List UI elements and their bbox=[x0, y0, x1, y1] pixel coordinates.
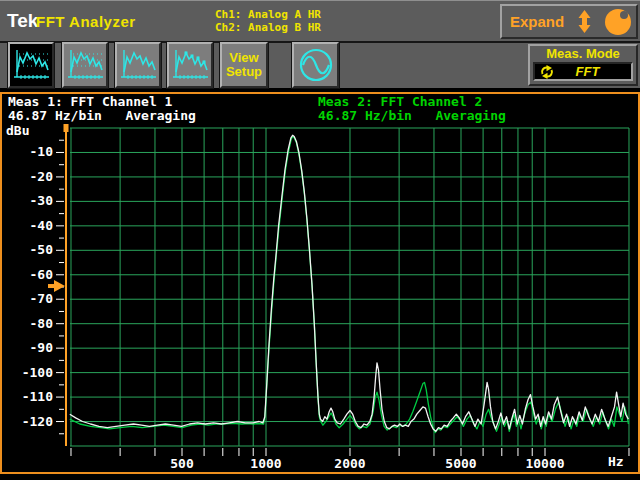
spectrum-chart: -10-20-30-40-50-60-70-80-90-100-110-1205… bbox=[2, 94, 638, 472]
meas-mode-label: Meas. Mode bbox=[530, 46, 636, 62]
y-tick-label: -40 bbox=[30, 218, 54, 233]
cycle-icon bbox=[540, 65, 554, 79]
x-axis-unit-label: Hz bbox=[608, 454, 624, 469]
x-tick-label: 2000 bbox=[334, 456, 365, 471]
x-tick-label: 500 bbox=[170, 456, 194, 471]
signal-source-button[interactable] bbox=[292, 42, 339, 88]
y-tick-label: -20 bbox=[30, 169, 54, 184]
knob-icon[interactable] bbox=[605, 9, 631, 35]
level-marker-arrow-icon[interactable] bbox=[54, 280, 65, 292]
channel1-source-label: Ch1: Analog A HR bbox=[215, 8, 321, 21]
x-tick-label: 10000 bbox=[525, 456, 564, 471]
up-down-arrow-icon bbox=[578, 10, 591, 33]
top-bar: Tek FFT Analyzer Ch1: Analog A HR Ch2: A… bbox=[0, 0, 640, 41]
sine-wave-icon bbox=[296, 45, 336, 85]
meas-mode-panel: Meas. Mode FFT bbox=[528, 44, 638, 86]
y-tick-label: -110 bbox=[22, 389, 53, 404]
expand-control[interactable]: Expand bbox=[500, 4, 638, 39]
meas-mode-selector[interactable]: FFT bbox=[533, 62, 633, 81]
channel2-source-label: Ch2: Analog B HR bbox=[215, 21, 321, 34]
view-button-2[interactable] bbox=[62, 42, 108, 88]
y-tick-label: -30 bbox=[30, 193, 54, 208]
x-tick-label: 5000 bbox=[445, 456, 476, 471]
view-setup-button[interactable]: View Setup bbox=[220, 42, 268, 88]
view-setup-label-line1: View bbox=[229, 51, 258, 65]
y-tick-label: -50 bbox=[30, 242, 54, 257]
y-tick-label: -100 bbox=[22, 365, 53, 380]
meas-mode-value: FFT bbox=[554, 64, 631, 79]
expand-label: Expand bbox=[510, 13, 564, 30]
waveform-plot-icon bbox=[10, 46, 52, 84]
view-button-4[interactable] bbox=[167, 42, 213, 88]
app-title: FFT Analyzer bbox=[36, 13, 136, 30]
frequency-cursor-handle[interactable] bbox=[64, 124, 69, 132]
x-tick-label: 1000 bbox=[250, 456, 281, 471]
y-tick-label: -90 bbox=[30, 340, 54, 355]
y-tick-label: -70 bbox=[30, 291, 54, 306]
view-setup-label-line2: Setup bbox=[226, 65, 262, 79]
y-tick-label: -120 bbox=[22, 414, 53, 429]
y-tick-label: -10 bbox=[30, 144, 54, 159]
view-button-3[interactable] bbox=[115, 42, 161, 88]
waveform-plot-icon bbox=[169, 46, 211, 84]
y-tick-label: -80 bbox=[30, 316, 54, 331]
tek-logo: Tek bbox=[7, 10, 38, 32]
y-tick-label: -60 bbox=[30, 267, 54, 282]
waveform-plot-icon bbox=[117, 46, 159, 84]
waveform-plot-icon bbox=[64, 46, 106, 84]
view-button-1[interactable] bbox=[8, 42, 54, 88]
